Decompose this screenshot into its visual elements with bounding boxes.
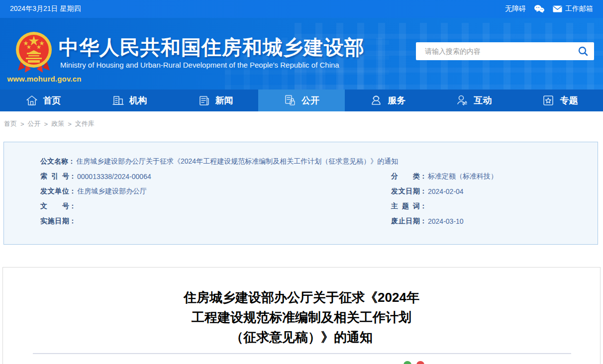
meta-colon: ： (69, 217, 76, 226)
meta-label: 主题词 (391, 202, 420, 211)
nav-item-org[interactable]: 机构 (86, 90, 172, 111)
main-nav: 首页 机构 新闻 公开 服务 (0, 90, 603, 111)
search-input[interactable] (424, 47, 572, 56)
meta-colon: ： (420, 172, 427, 181)
meta-label: 废止日期 (391, 217, 420, 226)
mail-envelope-icon (553, 5, 562, 12)
meta-label: 发文日期 (391, 187, 420, 196)
nav-label: 服务 (388, 94, 405, 106)
interaction-icon (456, 94, 469, 107)
article-title-line: （征求意见稿）》的通知 (3, 327, 600, 347)
meta-label: 发文单位 (40, 187, 69, 196)
meta-colon: ： (420, 217, 427, 226)
meta-colon: ： (68, 157, 75, 166)
star-badge-icon (542, 94, 555, 107)
service-agent-icon (370, 94, 383, 107)
meta-row-index-number: 索引号： 000013338/2024-00064 (40, 169, 391, 184)
meta-value: 标准定额（标准科技） (428, 172, 498, 181)
national-emblem (14, 30, 54, 78)
building-icon (111, 94, 124, 106)
article-title: 住房城乡建设部办公厅关于征求《2024年 工程建设规范标准编制及相关工作计划 （… (3, 287, 600, 347)
document-meta-box: 公文名称： 住房城乡建设部办公厅关于征求《2024年工程建设规范标准编制及相关工… (3, 142, 598, 245)
current-date: 2024年3月21日 星期四 (10, 4, 81, 13)
breadcrumb-policy[interactable]: 政策 (51, 119, 64, 128)
meta-colon: ： (69, 172, 76, 181)
meta-row-issue-date: 发文日期： 2024-02-04 (391, 184, 598, 199)
site-title: 中华人民共和国住房和城乡建设部 (59, 34, 365, 61)
meta-value: 住房城乡建设部办公厅关于征求《2024年工程建设规范标准编制及相关工作计划（征求… (76, 157, 398, 166)
meta-colon: ： (420, 202, 427, 211)
mailbox-label: 工作邮箱 (565, 4, 593, 13)
site-url: www.mohurd.gov.cn (7, 75, 82, 83)
site-search (416, 42, 594, 60)
article-title-line: 工程建设规范标准编制及相关工作计划 (3, 307, 600, 327)
meta-row-effective-date: 实施日期： (40, 214, 391, 229)
meta-row-subject-words: 主题词： (391, 199, 598, 214)
article-title-line: 住房城乡建设部办公厅关于征求《2024年 (3, 287, 600, 307)
share-weibo-icon[interactable] (416, 361, 424, 364)
article-divider (33, 353, 571, 354)
meta-row-doc-number: 文号： (40, 199, 391, 214)
nav-label: 公开 (302, 94, 319, 106)
meta-colon: ： (69, 187, 76, 196)
home-icon (25, 94, 38, 106)
breadcrumb-separator: > (68, 120, 72, 128)
breadcrumb-home[interactable]: 首页 (4, 119, 17, 128)
nav-item-news[interactable]: 新闻 (172, 90, 258, 111)
search-button[interactable] (572, 42, 594, 60)
meta-value: 住房城乡建设部办公厅 (77, 187, 147, 196)
wechat-link[interactable] (534, 4, 545, 13)
accessibility-link[interactable]: 无障碍 (505, 4, 526, 13)
nav-item-services[interactable]: 服务 (345, 90, 431, 111)
meta-value: 000013338/2024-00064 (77, 173, 151, 181)
breadcrumb-disclosure[interactable]: 公开 (28, 119, 41, 128)
meta-label: 分类 (391, 172, 420, 181)
nav-label: 专题 (560, 94, 578, 106)
meta-row-category: 分类： 标准定额（标准科技） (391, 169, 598, 184)
meta-value: 2024-02-04 (428, 187, 464, 195)
meta-label: 公文名称 (40, 157, 68, 166)
disclosure-lock-icon (284, 94, 297, 107)
site-subtitle-en: Ministry of Housing and Urban-Rural Deve… (60, 61, 339, 69)
meta-row-issuing-unit: 发文单位： 住房城乡建设部办公厅 (40, 184, 391, 199)
top-utility-bar: 2024年3月21日 星期四 无障碍 (0, 0, 603, 18)
nav-item-topics[interactable]: 专题 (517, 90, 603, 111)
meta-label: 索引号 (40, 172, 69, 181)
nav-label: 互动 (474, 94, 492, 106)
meta-label: 文号 (40, 202, 69, 211)
accessibility-label: 无障碍 (505, 4, 526, 13)
site-header: www.mohurd.gov.cn 中华人民共和国住房和城乡建设部 Minist… (0, 18, 603, 90)
nav-label: 首页 (43, 94, 61, 106)
breadcrumb: 首页 > 公开 > 政策 > 文件库 (0, 111, 603, 128)
wechat-icon (534, 4, 545, 13)
nav-label: 新闻 (215, 94, 233, 106)
meta-row-doc-name: 公文名称： 住房城乡建设部办公厅关于征求《2024年工程建设规范标准编制及相关工… (40, 154, 391, 169)
meta-label: 实施日期 (40, 217, 69, 226)
meta-colon: ： (420, 187, 427, 196)
news-icon (198, 94, 210, 106)
article-container: 住房城乡建设部办公厅关于征求《2024年 工程建设规范标准编制及相关工作计划 （… (2, 267, 601, 364)
meta-value: 2024-03-10 (428, 217, 464, 225)
nav-label: 机构 (129, 94, 147, 106)
search-icon (578, 46, 589, 57)
breadcrumb-library[interactable]: 文件库 (75, 119, 95, 128)
nav-item-disclosure[interactable]: 公开 (258, 90, 344, 111)
nav-item-home[interactable]: 首页 (0, 90, 86, 111)
meta-row-repeal-date: 废止日期： 2024-03-10 (391, 214, 598, 229)
breadcrumb-separator: > (20, 120, 24, 128)
breadcrumb-separator: > (44, 120, 48, 128)
share-wechat-icon[interactable] (403, 361, 411, 364)
work-mailbox-link[interactable]: 工作邮箱 (553, 4, 593, 13)
meta-colon: ： (69, 202, 76, 211)
nav-item-interaction[interactable]: 互动 (431, 90, 517, 111)
